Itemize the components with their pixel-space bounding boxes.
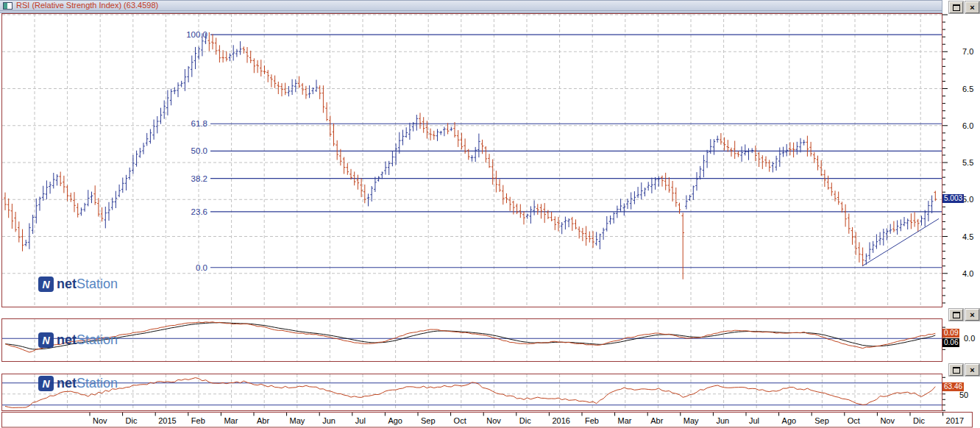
fibonacci-label: 50.0 bbox=[191, 146, 207, 155]
logo-text-net: net bbox=[57, 376, 77, 390]
ohlc-bars-up bbox=[24, 33, 933, 265]
time-axis-label: Abr bbox=[257, 416, 269, 425]
netstation-logo-icon: N bbox=[38, 277, 54, 292]
time-axis-label: May bbox=[683, 416, 699, 425]
last-price-box: 5.003 bbox=[942, 194, 964, 203]
price-axis-label: 5.0 bbox=[962, 195, 973, 204]
macd-line bbox=[5, 322, 935, 352]
price-axis-label: 4.5 bbox=[962, 232, 973, 241]
time-axis-label: Dic bbox=[913, 416, 925, 425]
panel-border bbox=[2, 319, 942, 362]
price-axis-label: 6.5 bbox=[962, 85, 973, 93]
logo-text-net: net bbox=[57, 332, 77, 347]
time-axis-label: Dic bbox=[126, 416, 138, 425]
macd-value-box: 0.09 bbox=[942, 329, 959, 338]
logo-text-station: Station bbox=[77, 332, 118, 347]
time-axis-label: Abr bbox=[650, 416, 663, 425]
rsi-title: RSI (Relative Strength Index) (63.4598) bbox=[16, 1, 158, 10]
netstation-logo-icon: N bbox=[38, 376, 54, 391]
ohlc-bars-down bbox=[4, 32, 937, 279]
macd-zero-axis-label: 0.0 bbox=[964, 335, 975, 343]
netstation-logo-icon: N bbox=[38, 332, 54, 348]
close-button[interactable]: × bbox=[965, 364, 979, 376]
chart-canvas[interactable]: 100.061.850.038.223.60.07.06.56.05.55.04… bbox=[0, 0, 980, 428]
netstation-window: 100.061.850.038.223.60.07.06.56.05.55.04… bbox=[0, 0, 980, 428]
time-axis-label: Feb bbox=[585, 416, 599, 425]
logo-text-station: Station bbox=[77, 376, 118, 390]
price-axis-label: 4.0 bbox=[962, 269, 973, 278]
time-axis-label: Ago bbox=[388, 416, 402, 425]
time-axis-label: 2016 bbox=[552, 416, 569, 425]
time-axis-label: Mar bbox=[224, 416, 238, 425]
time-axis-label: Jul bbox=[355, 416, 366, 425]
time-axis-label: Jun bbox=[322, 416, 335, 425]
main-window-buttons: × bbox=[949, 1, 979, 13]
maximize-button[interactable] bbox=[949, 1, 963, 13]
time-axis-label: Feb bbox=[191, 416, 205, 425]
fibonacci-label: 38.2 bbox=[191, 174, 207, 183]
fibonacci-label: 23.6 bbox=[191, 207, 207, 216]
time-axis-label: Sep bbox=[421, 416, 436, 425]
time-axis-label: Sep bbox=[814, 416, 829, 425]
time-axis-label: Nov bbox=[93, 416, 107, 425]
time-axis-label: Jul bbox=[749, 416, 759, 425]
panel-icon bbox=[3, 2, 13, 10]
time-axis-label: Oct bbox=[454, 416, 466, 425]
macd-signal-line bbox=[5, 323, 935, 349]
rsi-50-axis-label: 50 bbox=[959, 391, 968, 399]
maximize-icon bbox=[953, 4, 960, 11]
netstation-watermark: N netStation bbox=[38, 277, 118, 292]
netstation-watermark: N netStation bbox=[38, 332, 118, 348]
netstation-watermark: N netStation bbox=[38, 376, 118, 391]
time-axis-label: Ago bbox=[782, 416, 797, 425]
time-axis-label: Dic bbox=[519, 416, 531, 425]
logo-text-net: net bbox=[57, 277, 77, 291]
fibonacci-label: 0.0 bbox=[196, 263, 207, 272]
rsi-line bbox=[5, 378, 935, 408]
maximize-button[interactable] bbox=[949, 364, 963, 376]
rsi-window-buttons: × bbox=[949, 364, 979, 376]
maximize-icon bbox=[953, 367, 960, 374]
rsi-value-box: 63.46 bbox=[942, 382, 964, 391]
close-button[interactable]: × bbox=[965, 1, 979, 13]
fibonacci-label: 61.8 bbox=[191, 119, 207, 128]
macd-signal-value-box: 0.06 bbox=[942, 338, 959, 347]
time-axis-label: Nov bbox=[880, 416, 895, 425]
time-axis-label: May bbox=[290, 416, 305, 425]
time-axis-label: 2015 bbox=[158, 416, 176, 425]
price-axis-label: 5.5 bbox=[962, 158, 973, 167]
price-axis-label: 7.0 bbox=[962, 47, 973, 56]
time-axis-label: Nov bbox=[486, 416, 501, 425]
time-axis-label: Jun bbox=[716, 416, 729, 425]
macd-window-buttons: × bbox=[949, 309, 979, 321]
time-axis-label: Mar bbox=[618, 416, 632, 425]
time-axis-label: 2017 bbox=[946, 416, 964, 425]
maximize-button[interactable] bbox=[949, 309, 963, 321]
maximize-icon bbox=[953, 312, 960, 318]
rsi-panel-titlebar[interactable]: RSI (Relative Strength Index) (63.4598) bbox=[0, 0, 942, 11]
price-axis-label: 6.0 bbox=[962, 121, 973, 130]
logo-text-station: Station bbox=[77, 277, 118, 291]
close-button[interactable]: × bbox=[965, 309, 979, 321]
fibonacci-label: 100.0 bbox=[186, 30, 207, 39]
time-axis-label: Oct bbox=[848, 416, 860, 425]
